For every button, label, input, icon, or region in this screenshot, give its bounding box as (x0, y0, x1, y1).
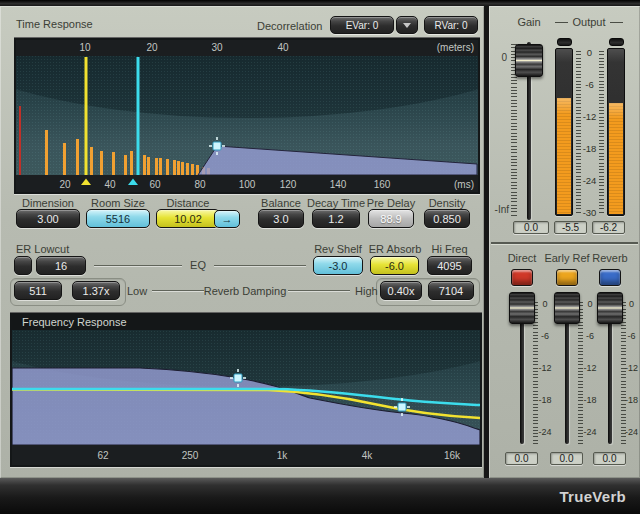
db-scale-label: -6 (580, 80, 599, 90)
damping-line-right (288, 290, 350, 291)
early-reflection-bar (130, 151, 133, 175)
rev-shelf-value[interactable]: -3.0 (313, 256, 363, 275)
axis-tick-label: 120 (280, 179, 297, 190)
room-size-value[interactable]: 5516 (86, 209, 150, 228)
output-right-readout[interactable]: -6.2 (592, 221, 625, 234)
direct-value-readout[interactable]: 0.0 (505, 452, 538, 465)
density-label: Density (418, 197, 476, 209)
trueverb-logo: TrueVerb (559, 488, 640, 505)
room-distance-link-button[interactable]: → (214, 210, 240, 228)
eq-section-label: EQ (186, 259, 210, 271)
early-reflection-bar (155, 158, 158, 175)
er-lowcut-toggle-button[interactable] (14, 256, 32, 275)
axis-tick-label: 20 (59, 179, 71, 190)
early-reflection-bar (173, 160, 176, 175)
early-reflection-bar (124, 155, 127, 175)
frequency-response-graph[interactable]: Frequency Response (10, 313, 482, 467)
damping-low-ratio-value[interactable]: 1.37x (72, 281, 120, 300)
early-reflection-bar (90, 147, 93, 175)
early-reflection-bar (100, 151, 103, 175)
direct-sound-marker (19, 106, 21, 175)
db-scale-label: -24 (580, 176, 599, 186)
reverb-fader-scale: 0 -6 -12 -18 -24 (624, 299, 639, 437)
er-lowcut-value[interactable]: 16 (36, 256, 86, 275)
output-meter-left (555, 48, 573, 216)
db-scale-label: 0 (537, 299, 553, 309)
axis-tick-label: 62 (97, 450, 109, 461)
early-ref-fader-knob[interactable] (554, 292, 580, 324)
reverb-fader-knob[interactable] (597, 292, 623, 324)
early-reflection-bar (159, 158, 162, 175)
db-scale-label: -6 (537, 331, 553, 341)
early-reflection-bar (181, 162, 184, 175)
output-meter-scale: 0 -6 -12 -18 -24 -30 (580, 48, 599, 218)
early-reflection-bar (63, 143, 66, 175)
evar-button[interactable]: EVar: 0 (330, 16, 394, 34)
er-absorb-value[interactable]: -6.0 (370, 256, 419, 275)
axis-tick-label: 1k (277, 450, 289, 461)
pre-delay-value[interactable]: 88.9 (368, 209, 414, 228)
early-reflection-bar (147, 157, 150, 175)
direct-fader-scale: 0 -6 -12 -18 -24 (537, 299, 553, 437)
damping-line-left (152, 290, 204, 291)
db-scale-label: -18 (580, 144, 599, 154)
output-label: Output (545, 16, 633, 28)
early-reflection-bar (177, 161, 180, 175)
db-scale-label: -18 (624, 395, 639, 405)
channel-label-reverb: Reverb (580, 252, 640, 264)
db-scale-label: 0 (582, 299, 598, 309)
rvar-button[interactable]: RVar: 0 (424, 16, 478, 34)
er-lowcut-label: ER Lowcut (16, 243, 69, 255)
clip-led-right[interactable] (609, 38, 624, 46)
main-panel: Time Response Decorrelation EVar: 0 RVar… (0, 6, 484, 478)
damping-low-freq-value[interactable]: 511 (14, 281, 62, 300)
early-reflection-bar (143, 155, 146, 175)
reverb-value-readout[interactable]: 0.0 (593, 452, 626, 465)
db-scale-label: -24 (537, 427, 553, 437)
evar-dropdown-button[interactable] (396, 16, 418, 34)
time-response-title: Time Response (16, 18, 93, 30)
reverb-damping-title: Reverb Damping (200, 285, 290, 297)
db-scale-label: -30 (580, 208, 599, 218)
meter-fill-right (609, 103, 623, 214)
output-left-readout[interactable]: -5.5 (554, 221, 587, 234)
section-divider (491, 242, 638, 244)
eq-divider-line-right (214, 265, 306, 266)
density-value[interactable]: 0.850 (424, 209, 470, 228)
axis-tick-label: 140 (330, 179, 347, 190)
direct-mute-button[interactable] (511, 269, 533, 286)
direct-fader-knob[interactable] (509, 292, 535, 324)
output-meter-right (607, 48, 625, 216)
hi-freq-value[interactable]: 4095 (427, 256, 472, 275)
dimension-value[interactable]: 3.00 (16, 209, 80, 228)
damping-high-ratio-value[interactable]: 0.40x (380, 281, 422, 300)
axis-tick-label: 60 (149, 179, 161, 190)
axis-tick-label: 40 (277, 42, 289, 53)
axis-tick-label: 40 (104, 179, 116, 190)
db-scale-label: 0 (580, 48, 599, 58)
early-ref-mute-button[interactable] (556, 269, 578, 286)
axis-tick-label: 20 (146, 42, 158, 53)
hi-freq-label: Hi Freq (422, 243, 477, 255)
damping-high-freq-value[interactable]: 7104 (428, 281, 474, 300)
distance-value[interactable]: 10.02 (156, 209, 220, 228)
clip-led-left[interactable] (557, 38, 572, 46)
balance-value[interactable]: 3.0 (258, 209, 304, 228)
decay-time-value[interactable]: 1.2 (312, 209, 360, 228)
db-scale-label: -6 (582, 331, 598, 341)
early-ref-value-readout[interactable]: 0.0 (550, 452, 583, 465)
eq-divider-line-left (94, 265, 182, 266)
distance-marker-line[interactable] (85, 57, 88, 175)
routing-arrow-icon: → (222, 213, 233, 225)
trueverb-plugin-window: Time Response Decorrelation EVar: 0 RVar… (0, 0, 640, 514)
reverb-mute-button[interactable] (599, 269, 621, 286)
time-response-graph[interactable]: 10 20 30 40 (meters) (14, 38, 480, 194)
fr-title: Frequency Response (22, 316, 127, 328)
damping-low-label: Low (127, 285, 147, 297)
db-scale-label: -6 (624, 331, 639, 341)
room-size-marker-line[interactable] (137, 57, 140, 175)
gain-fader-knob[interactable] (515, 44, 543, 77)
gain-value-readout[interactable]: 0.0 (513, 221, 549, 234)
axis-unit-label: (meters) (437, 42, 474, 53)
db-scale-label: -12 (624, 363, 639, 373)
